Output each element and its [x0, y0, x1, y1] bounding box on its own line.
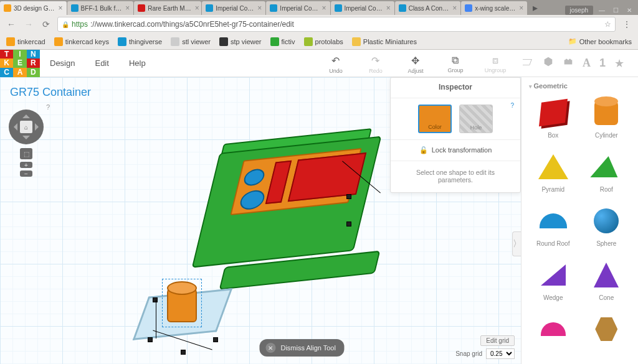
resize-handle[interactable]: [153, 297, 158, 302]
address-bar[interactable]: 🔒 https://www.tinkercad.com/things/a5C0n…: [57, 17, 616, 32]
number-1-icon[interactable]: 1: [599, 57, 606, 70]
resize-handle[interactable]: [213, 337, 218, 342]
shape-box[interactable]: Box: [526, 92, 580, 142]
shape-thumb-icon: [594, 263, 619, 287]
edit-grid-button[interactable]: Edit grid: [480, 335, 515, 346]
hole-swatch-button[interactable]: Hole: [459, 105, 493, 133]
maximize-button[interactable]: ☐: [611, 6, 621, 15]
dismiss-align-tool-button[interactable]: ✕ Dismiss Align Tool: [259, 339, 344, 357]
dimension-handle[interactable]: [346, 222, 351, 226]
menu-help[interactable]: Help: [119, 50, 156, 77]
star-icon[interactable]: ★: [614, 57, 624, 70]
tab-label: Class A Con…: [409, 5, 449, 12]
resize-handle[interactable]: [181, 350, 186, 355]
shape-roof[interactable]: Roof: [580, 146, 634, 197]
collapse-shapelibrary-button[interactable]: 〉: [512, 231, 521, 256]
fit-view-button[interactable]: ⬚: [20, 148, 32, 159]
adjust-button[interactable]: ✥Adjust: [403, 55, 428, 74]
zoom-out-button[interactable]: −: [20, 170, 32, 177]
browser-tab[interactable]: Imperial Co…×: [202, 1, 265, 15]
menu-edit[interactable]: Edit: [85, 50, 118, 77]
shape-cylinder[interactable]: Cylinder: [580, 92, 634, 142]
help-hint-icon[interactable]: ?: [46, 103, 50, 111]
close-tab-icon[interactable]: ×: [125, 4, 130, 12]
logo-cell: N: [27, 50, 40, 59]
profile-name[interactable]: joseph: [565, 6, 593, 15]
bookmark-star-icon[interactable]: ☆: [604, 20, 611, 29]
bookmark-item[interactable]: tinkercad keys: [54, 37, 109, 46]
close-window-button[interactable]: ✕: [624, 6, 634, 15]
bookmark-item[interactable]: fictiv: [270, 37, 295, 46]
shapelib-section-header[interactable]: Geometric: [521, 77, 638, 92]
color-swatch-button[interactable]: Color: [418, 105, 452, 133]
svg-rect-0: [523, 59, 531, 65]
bookmark-item[interactable]: protolabs: [304, 37, 343, 46]
shape-thumb-icon: [538, 154, 568, 179]
menu-design[interactable]: Design: [40, 50, 85, 77]
other-bookmarks-folder[interactable]: 📁 Other bookmarks: [568, 37, 632, 45]
undo-icon: ↶: [331, 55, 340, 67]
chrome-menu-button[interactable]: ⋮: [621, 18, 633, 30]
view-cube[interactable]: ⌂: [9, 110, 44, 144]
browser-tab[interactable]: 3D design G…×: [0, 1, 67, 15]
browser-tab[interactable]: Imperial Co…×: [331, 1, 394, 15]
zoom-in-button[interactable]: +: [20, 162, 32, 168]
close-tab-icon[interactable]: ×: [322, 4, 326, 12]
minimize-button[interactable]: —: [597, 6, 607, 15]
redo-icon: ↷: [371, 55, 379, 67]
undo-button[interactable]: ↶Undo: [323, 55, 348, 74]
close-tab-icon[interactable]: ×: [452, 4, 457, 12]
shape-cone[interactable]: Cone: [580, 254, 634, 305]
bookmark-item[interactable]: stp viewer: [219, 37, 262, 46]
shape-round-roof[interactable]: Round Roof: [526, 200, 580, 251]
tinkercad-logo[interactable]: TINKERCAD: [0, 50, 40, 77]
bookmark-item[interactable]: stl viewer: [171, 37, 211, 46]
close-tab-icon[interactable]: ×: [257, 4, 262, 12]
shape-pyramid[interactable]: Pyramid: [526, 146, 580, 197]
shape-thumb-icon: [540, 213, 567, 228]
browser-tab[interactable]: BFF-1 Bulk f…×: [67, 1, 134, 15]
shape-sh-poly[interactable]: [580, 309, 634, 352]
other-bookmarks-label: Other bookmarks: [579, 38, 632, 45]
browser-tab[interactable]: Class A Con…×: [395, 1, 461, 15]
home-view-icon[interactable]: ⌂: [20, 121, 32, 133]
bookmark-item[interactable]: tinkercad: [6, 37, 45, 46]
cube-icon[interactable]: [543, 56, 554, 70]
shape-sphere[interactable]: Sphere: [580, 200, 634, 251]
dimension-handle[interactable]: [346, 194, 351, 199]
snap-grid-select[interactable]: 0.25: [486, 348, 515, 359]
forward-button[interactable]: →: [22, 18, 35, 30]
favicon: [4, 4, 11, 12]
browser-tab[interactable]: x-wing scale…×: [461, 1, 527, 15]
brick-icon[interactable]: [563, 56, 574, 70]
browser-tab[interactable]: Imperial Co…×: [266, 1, 330, 15]
shape-thumb-icon: [594, 208, 619, 233]
bookmark-item[interactable]: thingiverse: [118, 37, 162, 46]
logo-cell: K: [0, 58, 13, 68]
logo-cell: D: [27, 68, 40, 77]
group-button[interactable]: ⧉Group: [443, 55, 468, 73]
close-tab-icon[interactable]: ×: [195, 4, 199, 12]
document-title[interactable]: GR75 Container: [10, 86, 91, 99]
shape-wedge[interactable]: Wedge: [526, 254, 580, 305]
new-tab-button[interactable]: ▸: [528, 2, 543, 14]
close-tab-icon[interactable]: ×: [386, 4, 391, 12]
dimension-line: [156, 300, 156, 338]
inspector-help-icon[interactable]: ?: [510, 102, 514, 109]
close-tab-icon[interactable]: ×: [519, 4, 523, 12]
lock-transformation-row[interactable]: 🔓Lock transformation: [391, 140, 520, 161]
text-A-icon[interactable]: A: [583, 57, 591, 70]
browser-tab[interactable]: Rare Earth M…×: [134, 1, 201, 15]
shape-sh-half[interactable]: [526, 309, 580, 352]
ungroup-button: ⧈Ungroup: [483, 55, 508, 73]
close-tab-icon[interactable]: ×: [59, 4, 63, 12]
bookmark-item[interactable]: Plastic Miniatures: [352, 37, 417, 46]
model-gr75-container[interactable]: [187, 116, 393, 300]
back-button[interactable]: ←: [5, 18, 17, 30]
workplane-icon[interactable]: [523, 56, 534, 70]
resize-handle[interactable]: [148, 337, 153, 342]
tab-label: Imperial Co…: [280, 5, 318, 12]
tab-label: BFF-1 Bulk f…: [81, 5, 122, 12]
tool-label: Adjust: [407, 68, 423, 74]
reload-button[interactable]: ⟳: [40, 18, 52, 30]
